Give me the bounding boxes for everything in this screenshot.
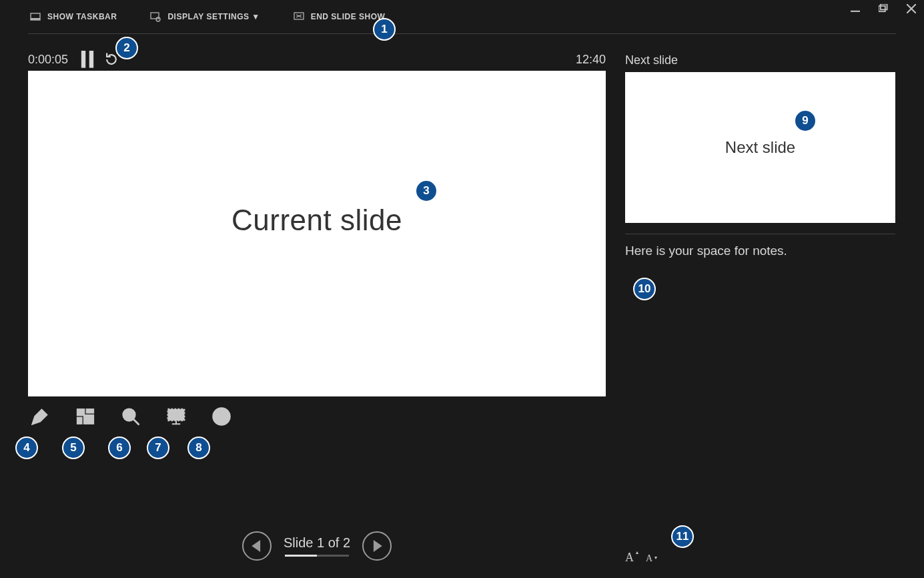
svg-rect-13	[89, 51, 93, 68]
clock-time: 12:40	[576, 53, 606, 67]
svg-rect-18	[84, 415, 94, 424]
elapsed-time: 0:00:05	[28, 53, 68, 67]
slide-progress	[285, 555, 349, 557]
svg-point-27	[225, 415, 227, 418]
svg-rect-6	[31, 18, 40, 20]
show-taskbar-button[interactable]: SHOW TASKBAR	[30, 11, 117, 22]
current-slide-preview[interactable]: Current slide	[28, 71, 606, 396]
svg-point-8	[156, 17, 160, 21]
svg-marker-29	[374, 540, 382, 552]
decrease-text-size-button[interactable]: A	[646, 553, 652, 564]
annotation-badge-8: 8	[187, 437, 210, 459]
next-slide-label: Next slide	[625, 53, 678, 67]
notes-area[interactable]: Here is your space for notes.	[625, 244, 895, 258]
toolbar-divider	[28, 33, 896, 34]
svg-rect-17	[77, 417, 83, 424]
show-taskbar-label: SHOW TASKBAR	[47, 12, 117, 21]
svg-point-25	[216, 415, 219, 418]
display-settings-label: DISPLAY SETTINGS ▼	[167, 12, 260, 21]
next-slide-title: Next slide	[725, 138, 795, 157]
annotation-badge-5: 5	[62, 437, 85, 459]
pen-tool-button[interactable]	[28, 404, 52, 428]
annotation-badge-11: 11	[671, 525, 694, 548]
annotation-badge-10: 10	[633, 278, 656, 300]
slide-counter-wrap: Slide 1 of 2	[284, 535, 350, 557]
current-slide-title: Current slide	[232, 204, 402, 237]
zoom-button[interactable]	[119, 404, 143, 428]
black-screen-button[interactable]	[164, 404, 188, 428]
side-divider	[625, 234, 895, 234]
notes-text: Here is your space for notes.	[625, 244, 787, 258]
end-slide-show-button[interactable]: END SLIDE SHOW	[294, 11, 386, 22]
pause-button[interactable]	[80, 52, 95, 67]
increase-text-size-button[interactable]: A	[625, 551, 634, 565]
annotation-badge-4: 4	[15, 437, 38, 459]
slide-progress-fill	[285, 555, 317, 557]
next-slide-button[interactable]	[362, 531, 392, 561]
timer-row: 0:00:05 12:40	[28, 52, 606, 67]
svg-point-19	[123, 409, 135, 421]
svg-point-26	[220, 415, 223, 418]
previous-slide-button[interactable]	[242, 531, 272, 561]
see-all-slides-button[interactable]	[73, 404, 97, 428]
svg-marker-28	[252, 540, 260, 552]
svg-rect-12	[81, 51, 85, 68]
notes-text-size-controls: A A	[625, 551, 652, 565]
display-settings-button[interactable]: DISPLAY SETTINGS ▼	[150, 11, 260, 22]
next-slide-preview[interactable]: Next slide	[625, 72, 895, 223]
svg-rect-21	[168, 409, 185, 421]
slide-navigation: Slide 1 of 2	[28, 531, 606, 561]
svg-line-20	[133, 419, 139, 425]
presenter-tools	[28, 404, 234, 428]
top-toolbar: SHOW TASKBAR DISPLAY SETTINGS ▼ END SLID…	[0, 0, 924, 33]
more-options-button[interactable]	[209, 404, 234, 428]
slide-counter: Slide 1 of 2	[284, 535, 350, 551]
svg-rect-16	[86, 409, 93, 413]
end-slide-show-label: END SLIDE SHOW	[311, 12, 386, 21]
annotation-badge-7: 7	[147, 437, 169, 459]
restart-timer-button[interactable]	[104, 52, 119, 67]
annotation-badge-6: 6	[108, 437, 131, 459]
